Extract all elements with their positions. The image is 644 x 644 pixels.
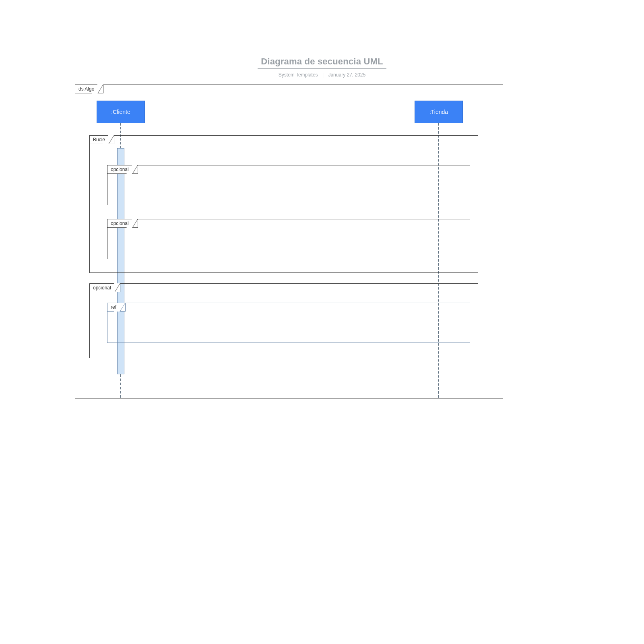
frame-ref-label: ref — [111, 304, 116, 310]
frame-opt1-tab: opcional — [107, 165, 138, 174]
frame-loop-tab: Bucle — [89, 135, 114, 144]
frame-opt2[interactable]: opcional — [107, 219, 470, 259]
frame-loop-label: Bucle — [93, 137, 105, 142]
frame-opt3-tab: opcional — [89, 283, 120, 292]
frame-opt1[interactable]: opcional — [107, 165, 470, 205]
frame-opt2-label: opcional — [111, 221, 129, 226]
diagram-title: Diagrama de secuencia UML — [258, 56, 386, 69]
title-block: Diagrama de secuencia UML System Templat… — [0, 56, 644, 78]
lifeline-client-head[interactable]: :Cliente — [97, 101, 145, 123]
frame-opt2-tab: opcional — [107, 219, 138, 228]
frame-ref[interactable]: ref — [107, 303, 470, 343]
frame-outer-label: ds Algo — [78, 86, 94, 92]
lifeline-store-label: :Tienda — [429, 109, 448, 115]
frame-opt3-label: opcional — [93, 285, 111, 291]
frame-opt1-label: opcional — [111, 167, 129, 172]
subtitle-author: System Templates — [279, 72, 318, 78]
subtitle-separator: | — [322, 72, 324, 78]
diagram-canvas: Diagrama de secuencia UML System Templat… — [0, 0, 644, 644]
lifeline-client-label: :Cliente — [111, 109, 130, 115]
frame-ref-tab: ref — [107, 303, 126, 312]
diagram-subtitle: System Templates | January 27, 2025 — [0, 72, 644, 78]
lifeline-client-line-bottom — [120, 374, 121, 398]
lifeline-store-head[interactable]: :Tienda — [415, 101, 463, 123]
frame-outer-tab: ds Algo — [75, 85, 103, 93]
subtitle-date: January 27, 2025 — [328, 72, 365, 78]
